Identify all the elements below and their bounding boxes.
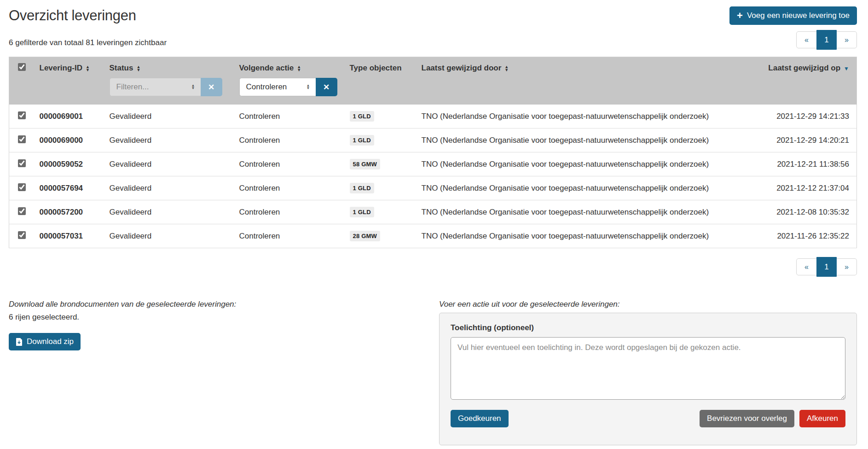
pagination-top: « 1 »: [796, 31, 857, 48]
header-volgende-actie[interactable]: Volgende actie▲▼: [236, 57, 346, 76]
secondary-actions-group: Bevriezen voor overleg Afkeuren: [700, 410, 845, 427]
cell-status: Gevalideerd: [106, 105, 236, 128]
header-status-label: Status: [110, 64, 133, 72]
download-zip-button[interactable]: Download zip: [9, 333, 81, 350]
select-arrows-icon: ▲▼: [307, 84, 310, 90]
header-levering-id[interactable]: Levering-ID▲▼: [36, 57, 106, 76]
bottom-section: Download alle brondocumenten van de gese…: [9, 300, 857, 445]
add-delivery-button-label: Voeg een nieuwe levering toe: [747, 11, 850, 20]
toelichting-textarea[interactable]: [451, 337, 845, 400]
status-filter-clear-button[interactable]: ✕: [201, 78, 222, 96]
cell-levering-id: 0000057031: [36, 224, 106, 248]
type-objecten-badge: 1 GLD: [350, 207, 374, 217]
bottom-pagination-row: « 1 »: [9, 258, 857, 275]
cell-volgende-actie: Controleren: [236, 105, 346, 128]
row-checkbox[interactable]: [18, 183, 26, 191]
cell-status: Gevalideerd: [106, 152, 236, 176]
cell-levering-id: 0000069001: [36, 105, 106, 128]
cell-gewijzigd-op: 2021-11-26 12:35:22: [763, 224, 857, 248]
cell-gewijzigd-op: 2021-12-08 10:35:32: [763, 200, 857, 224]
cell-gewijzigd-door: TNO (Nederlandse Organisatie voor toegep…: [418, 176, 763, 200]
cell-volgende-actie: Controleren: [236, 128, 346, 152]
cell-volgende-actie: Controleren: [236, 200, 346, 224]
cell-volgende-actie: Controleren: [236, 224, 346, 248]
volgende-actie-filter-select[interactable]: Controleren ▲▼: [239, 78, 316, 96]
pagination-next-button[interactable]: »: [837, 32, 856, 48]
table-row: 0000059052 Gevalideerd Controleren 58 GM…: [9, 152, 857, 176]
status-filter-cell: Filteren... ▲▼ ✕: [106, 75, 236, 105]
cell-status: Gevalideerd: [106, 200, 236, 224]
cell-volgende-actie: Controleren: [236, 176, 346, 200]
cell-levering-id: 0000057694: [36, 176, 106, 200]
pagination-prev-button[interactable]: «: [797, 259, 816, 275]
add-delivery-button[interactable]: + Voeg een nieuwe levering toe: [729, 6, 857, 25]
sort-icon: ▲▼: [297, 65, 301, 72]
cell-gewijzigd-door: TNO (Nederlandse Organisatie voor toegep…: [418, 224, 763, 248]
row-checkbox[interactable]: [18, 231, 26, 239]
pagination-page-1-button[interactable]: 1: [816, 30, 837, 50]
type-objecten-badge: 1 GLD: [350, 183, 374, 193]
table-row: 0000069000 Gevalideerd Controleren 1 GLD…: [9, 128, 857, 152]
action-panel: Toelichting (optioneel) Goedkeuren Bevri…: [439, 313, 857, 445]
cell-gewijzigd-door: TNO (Nederlandse Organisatie voor toegep…: [418, 105, 763, 128]
table-header-row: Levering-ID▲▼ Status▲▼ Volgende actie▲▼ …: [9, 57, 857, 76]
clear-filter-icon: ✕: [323, 83, 330, 92]
row-checkbox[interactable]: [18, 111, 26, 119]
freeze-button[interactable]: Bevriezen voor overleg: [700, 410, 794, 427]
pagination-page-1-button[interactable]: 1: [816, 257, 837, 277]
header-type-objecten: Type objecten: [346, 57, 418, 76]
cell-gewijzigd-door: TNO (Nederlandse Organisatie voor toegep…: [418, 152, 763, 176]
header-laatst-gewijzigd-op[interactable]: Laatst gewijzigd op▼: [763, 57, 857, 76]
table-row: 0000057694 Gevalideerd Controleren 1 GLD…: [9, 176, 857, 200]
page: Overzicht leveringen + Voeg een nieuwe l…: [0, 0, 868, 445]
row-checkbox[interactable]: [18, 135, 26, 143]
row-checkbox[interactable]: [18, 207, 26, 215]
select-all-checkbox[interactable]: [18, 63, 26, 71]
table-row: 0000069001 Gevalideerd Controleren 1 GLD…: [9, 105, 857, 128]
header-status[interactable]: Status▲▼: [106, 57, 236, 76]
sort-desc-icon: ▼: [844, 65, 849, 72]
page-title: Overzicht leveringen: [9, 7, 136, 24]
cell-status: Gevalideerd: [106, 224, 236, 248]
status-filter-select[interactable]: Filteren... ▲▼: [110, 78, 201, 96]
volgende-actie-filter-clear-button[interactable]: ✕: [316, 78, 337, 96]
sort-icon: ▲▼: [86, 65, 90, 72]
cell-gewijzigd-op: 2021-12-29 14:21:33: [763, 105, 857, 128]
cell-status: Gevalideerd: [106, 128, 236, 152]
type-objecten-badge: 28 GMW: [350, 231, 380, 241]
table-row: 0000057200 Gevalideerd Controleren 1 GLD…: [9, 200, 857, 224]
table-row: 0000057031 Gevalideerd Controleren 28 GM…: [9, 224, 857, 248]
type-objecten-badge: 58 GMW: [350, 159, 380, 169]
leveringen-table: Levering-ID▲▼ Status▲▼ Volgende actie▲▼ …: [9, 57, 857, 248]
action-section-heading: Voer een actie uit voor de geselecteerde…: [439, 300, 857, 309]
type-objecten-badge: 1 GLD: [350, 111, 374, 122]
cell-gewijzigd-door: TNO (Nederlandse Organisatie voor toegep…: [418, 200, 763, 224]
pagination-prev-button[interactable]: «: [797, 32, 816, 48]
pagination-next-button[interactable]: »: [837, 259, 856, 275]
cell-gewijzigd-door: TNO (Nederlandse Organisatie voor toegep…: [418, 128, 763, 152]
header-laatst-gewijzigd-door-label: Laatst gewijzigd door: [422, 64, 502, 72]
row-checkbox[interactable]: [18, 159, 26, 167]
select-arrows-icon: ▲▼: [191, 84, 195, 90]
volgende-actie-filter-cell: Controleren ▲▼ ✕: [236, 75, 346, 105]
sort-icon: ▲▼: [504, 65, 509, 72]
cell-levering-id: 0000069000: [36, 128, 106, 152]
cell-gewijzigd-op: 2021-12-21 11:38:56: [763, 152, 857, 176]
toelichting-label: Toelichting (optioneel): [451, 323, 845, 332]
pagination-bottom: « 1 »: [796, 258, 857, 275]
download-zip-button-label: Download zip: [27, 337, 74, 346]
cell-gewijzigd-op: 2021-12-12 21:37:04: [763, 176, 857, 200]
table-filter-row: Filteren... ▲▼ ✕ Controleren ▲▼ ✕: [9, 75, 857, 105]
type-objecten-badge: 1 GLD: [350, 135, 374, 146]
header-type-objecten-label: Type objecten: [350, 64, 402, 72]
clear-filter-icon: ✕: [208, 83, 214, 92]
header-laatst-gewijzigd-door[interactable]: Laatst gewijzigd door▲▼: [418, 57, 763, 76]
action-buttons-row: Goedkeuren Bevriezen voor overleg Afkeur…: [451, 410, 845, 427]
cell-volgende-actie: Controleren: [236, 152, 346, 176]
cell-levering-id: 0000059052: [36, 152, 106, 176]
volgende-actie-filter-value: Controleren: [246, 82, 287, 92]
reject-button[interactable]: Afkeuren: [799, 410, 845, 427]
approve-button[interactable]: Goedkeuren: [451, 410, 509, 427]
cell-gewijzigd-op: 2021-12-29 14:20:21: [763, 128, 857, 152]
cell-levering-id: 0000057200: [36, 200, 106, 224]
